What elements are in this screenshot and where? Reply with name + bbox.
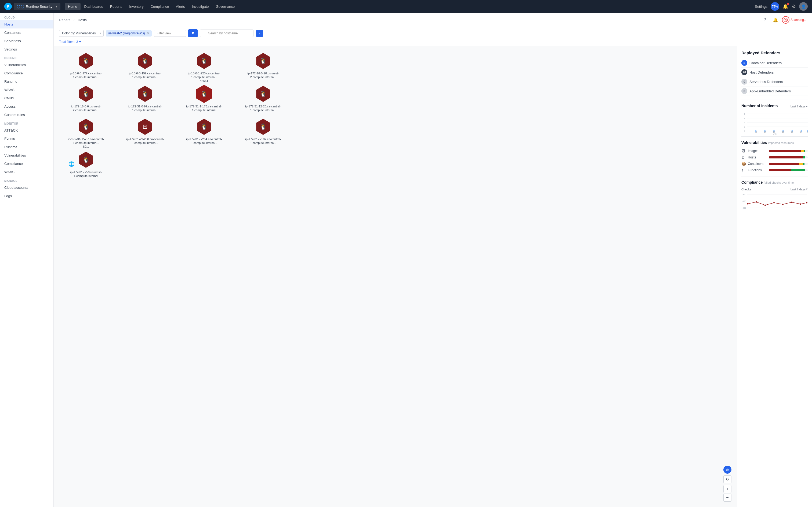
incidents-header: Number of incidents Last 7 days ▾ <box>741 104 808 109</box>
sidebar-item-cloud-accounts[interactable]: Cloud accounts <box>0 183 53 192</box>
filter-apply-button[interactable]: ▼ <box>188 29 198 37</box>
hosts-label: Hosts <box>748 156 767 159</box>
help-button[interactable]: ? <box>760 15 769 24</box>
sidebar-item-serverless[interactable]: Serverless <box>0 37 53 45</box>
hostname-search-input[interactable] <box>200 30 253 37</box>
host-node-13[interactable]: 80... 🌐 🐧 📶 ip-172-31-8-59.us-west-1.com… <box>59 150 113 178</box>
compliance-subtitle: failed checks over time <box>764 181 794 184</box>
canvas-area[interactable]: 🐧 ip-10-0-0-177.ca-central-1.compute.int… <box>54 46 737 507</box>
sidebar-item-runtime-monitor[interactable]: Runtime <box>0 143 53 151</box>
host-node-5[interactable]: 🐧 ip-172-16-0-6.us-west-2.compute.intern… <box>59 84 113 112</box>
host-count-13: 80... <box>83 145 89 148</box>
total-filters[interactable]: Total filters: 3 ▾ <box>59 40 807 44</box>
containers-bar-yellow <box>799 163 803 165</box>
hex-icon-13: 🐧 📶 <box>78 152 94 168</box>
svg-text:21: 21 <box>800 131 802 133</box>
host-node-9[interactable]: 🐧 ip-172-31-15-37.ca-central-1.compute.i… <box>59 117 113 145</box>
host-label-12: ip-172-31-8-187.ca-central-1.compute.int… <box>239 137 287 145</box>
brand-switcher[interactable]: ⬡⬡ Runtime Security ▼ <box>14 3 60 10</box>
canvas-panel-container: 🐧 ip-10-0-0-177.ca-central-1.compute.int… <box>54 46 812 507</box>
target-button[interactable]: ⊕ <box>723 466 732 474</box>
notification-bell[interactable]: 🔔 <box>782 3 789 9</box>
sidebar-item-runtime[interactable]: Runtime <box>0 77 53 86</box>
sidebar-item-events[interactable]: Events <box>0 134 53 143</box>
sidebar-item-cnns[interactable]: CNNS <box>0 94 53 102</box>
nav-compliance[interactable]: Compliance <box>148 3 172 10</box>
progress-badge[interactable]: 78% <box>771 2 779 11</box>
sidebar-item-custom-rules[interactable]: Custom rules <box>0 111 53 119</box>
containers-bar-green <box>803 163 805 165</box>
sidebar-item-vulnerabilities-monitor[interactable]: Vulnerabilities <box>0 151 53 160</box>
app-embedded-defenders-row: 0 App-Embedded Defenders <box>741 87 808 96</box>
user-avatar[interactable]: 👤 <box>799 2 808 11</box>
host-node-1[interactable]: 🐧 ip-10-0-0-177.ca-central-1.compute.int… <box>59 52 113 79</box>
side-panel: Deployed Defenders 5 Container Defenders… <box>737 46 812 507</box>
sidebar-item-compliance-monitor[interactable]: Compliance <box>0 160 53 168</box>
hex-icon-3: 🐧 <box>196 53 212 69</box>
total-filters-label: Total filters: 3 <box>59 40 78 44</box>
serverless-defenders-label: Serverless Defenders <box>749 80 783 84</box>
color-by-select-wrap: Color by: Vulnerabilities <box>59 30 104 37</box>
host-node-12[interactable]: 🐧 ip-172-31-8-187.ca-central-1.compute.i… <box>236 117 290 145</box>
sidebar-item-hosts[interactable]: Hosts <box>0 20 53 29</box>
host-node-6[interactable]: 🐧 ip-172-31-0-97.ca-central-1.compute.in… <box>118 84 172 112</box>
host-hex-6: 🐧 <box>135 84 155 103</box>
host-node-4[interactable]: 🐧 ip-172-16-0-20.us-west-2.compute.inter… <box>236 52 290 79</box>
sidebar-section-manage: Manage <box>0 176 53 183</box>
svg-point-39 <box>791 202 793 203</box>
zoom-out-button[interactable]: − <box>723 494 732 502</box>
compliance-time-label: Last 7 days <box>791 188 806 191</box>
compliance-time-selector[interactable]: Last 7 days ▾ <box>791 187 808 191</box>
nav-governance[interactable]: Governance <box>213 3 238 10</box>
sidebar-item-waas-monitor[interactable]: WAAS <box>0 168 53 176</box>
host-hex-12: 🐧 <box>254 117 273 136</box>
compliance-time-chevron: ▾ <box>806 187 808 191</box>
hex-icon-9: 🐧 <box>78 119 94 135</box>
sidebar: Cloud Hosts Containers Serverless Settin… <box>0 13 54 507</box>
images-bar-yellow <box>801 150 804 152</box>
nav-reports[interactable]: Reports <box>107 3 126 10</box>
incidents-time-selector[interactable]: Last 7 days ▾ <box>791 105 808 108</box>
zoom-in-button[interactable]: + <box>723 485 732 493</box>
svg-point-35 <box>756 202 757 203</box>
region-filter-tag: us-west-2 (Regions/AWS) ✕ <box>106 30 152 37</box>
sidebar-item-access[interactable]: Access <box>0 102 53 111</box>
alerts-button[interactable]: 🔔 <box>771 15 780 24</box>
host-node-10[interactable]: ⊞ ip-172-31-29-238.ca-central-1.compute.… <box>118 117 172 145</box>
nav-dashboards[interactable]: Dashboards <box>81 3 106 10</box>
breadcrumb-parent[interactable]: Radars <box>59 18 70 22</box>
nav-inventory[interactable]: Inventory <box>126 3 147 10</box>
sidebar-item-compliance[interactable]: Compliance <box>0 69 53 77</box>
sidebar-item-vulnerabilities[interactable]: Vulnerabilities <box>0 61 53 69</box>
breadcrumb-current: Hosts <box>78 18 87 22</box>
host-node-3[interactable]: 🐧 ip-10-0-1-220.ca-central-1.compute.int… <box>177 52 231 79</box>
functions-bar <box>769 169 808 171</box>
sidebar-item-containers[interactable]: Containers <box>0 29 53 37</box>
app-embedded-defenders-badge: 0 <box>741 88 747 94</box>
host-node-11[interactable]: 🐧 ip-172-31-5-254.ca-central-1.compute.i… <box>177 117 231 145</box>
color-by-select[interactable]: Color by: Vulnerabilities <box>59 30 104 37</box>
nav-investigate[interactable]: Investigate <box>189 3 212 10</box>
sidebar-item-logs[interactable]: Logs <box>0 192 53 200</box>
images-bar <box>769 150 808 152</box>
host-node-2[interactable]: 🐧 ip-10-0-0-199.ca-central-1.compute.int… <box>118 52 172 79</box>
settings-gear[interactable]: ⚙ <box>792 3 796 9</box>
nav-alerts[interactable]: Alerts <box>173 3 188 10</box>
sidebar-item-waas[interactable]: WAAS <box>0 86 53 94</box>
filter-view-input[interactable] <box>154 30 186 37</box>
host-node-7[interactable]: 45561 🐧 📶 ip-172-31-1-176.ca-central-1.c… <box>177 84 231 112</box>
divider-1 <box>741 100 808 100</box>
sidebar-item-settings[interactable]: Settings <box>0 45 53 53</box>
hex-icon-2: 🐧 <box>137 53 153 69</box>
region-tag-close[interactable]: ✕ <box>147 32 150 36</box>
search-submit-button[interactable]: › <box>256 30 263 37</box>
refresh-button[interactable]: ↻ <box>723 475 732 484</box>
brand-icon: ⬡⬡ <box>17 4 24 9</box>
host-hex-2: 🐧 <box>135 52 155 70</box>
settings-link[interactable]: Settings <box>755 5 767 9</box>
host-node-8[interactable]: 🐧 ip-172-31-12-20.ca-central-1.compute.i… <box>236 84 290 112</box>
nav-home[interactable]: Home <box>65 3 80 10</box>
top-nav: P ⬡⬡ Runtime Security ▼ Home Dashboards … <box>0 0 812 13</box>
sidebar-item-attck[interactable]: ATT&CK <box>0 126 53 134</box>
zoom-controls: ⊕ ↻ + − <box>723 466 732 502</box>
